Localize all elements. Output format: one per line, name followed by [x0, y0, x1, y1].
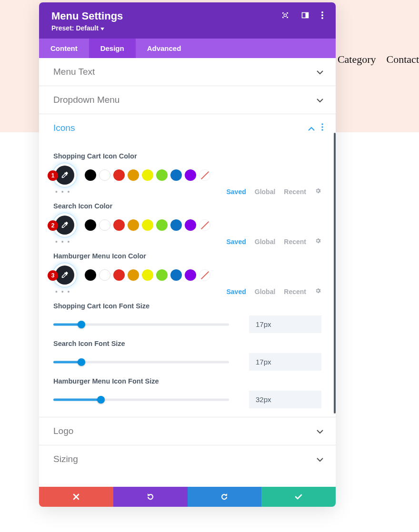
chevron-down-icon — [317, 454, 323, 464]
color-swatch-green[interactable] — [156, 169, 168, 181]
step-badge: 3 — [48, 270, 58, 281]
color-swatch-row: 2 — [53, 216, 321, 235]
preset-selector[interactable]: Preset: Default — [51, 24, 323, 32]
palette-tab-recent[interactable]: Recent — [284, 238, 306, 246]
nav-link-category[interactable]: Category — [338, 53, 376, 66]
svg-rect-0 — [284, 14, 287, 17]
section-logo[interactable]: Logo — [39, 417, 336, 445]
color-swatch-yellow[interactable] — [142, 219, 153, 231]
color-swatch-green[interactable] — [156, 219, 168, 231]
color-swatch-white[interactable] — [99, 169, 110, 181]
palette-tab-global[interactable]: Global — [255, 238, 276, 246]
color-swatch-none[interactable] — [199, 219, 210, 231]
palette-tab-recent[interactable]: Recent — [284, 188, 306, 196]
section-icons[interactable]: Icons — [39, 114, 336, 142]
panel-title: Menu Settings — [51, 10, 123, 22]
section-menu-text[interactable]: Menu Text — [39, 58, 336, 86]
section-label: Sizing — [53, 454, 78, 464]
size-field-label: Hamburger Menu Icon Font Size — [53, 377, 321, 385]
palette-tab-global[interactable]: Global — [255, 188, 276, 196]
color-swatch-row: 1 — [53, 166, 321, 185]
color-swatch-black[interactable] — [85, 169, 96, 181]
color-swatch-blue[interactable] — [170, 219, 182, 231]
sidebar-toggle-icon[interactable] — [301, 11, 309, 21]
eyedropper-button[interactable] — [55, 216, 74, 235]
tab-advanced[interactable]: Advanced — [136, 39, 193, 58]
panel-header: Menu Settings Preset: Default — [39, 2, 336, 39]
eyedropper-button[interactable] — [55, 166, 74, 185]
color-swatch-blue[interactable] — [170, 269, 182, 281]
drag-handle-icon[interactable]: • • • — [55, 288, 70, 296]
svg-point-6 — [321, 123, 323, 125]
scrollbar-thumb[interactable] — [334, 133, 336, 414]
color-swatch-orange[interactable] — [128, 219, 139, 231]
section-label: Menu Text — [53, 67, 95, 77]
palette-tab-saved[interactable]: Saved — [227, 188, 246, 196]
color-swatch-orange[interactable] — [128, 169, 139, 181]
drag-handle-icon[interactable]: • • • — [55, 238, 70, 246]
gear-icon[interactable] — [315, 287, 321, 296]
section-dropdown-menu[interactable]: Dropdown Menu — [39, 86, 336, 114]
chevron-up-icon — [308, 123, 315, 133]
gear-icon[interactable] — [315, 237, 321, 246]
slider-thumb[interactable] — [97, 396, 105, 404]
gear-icon[interactable] — [315, 187, 321, 196]
color-swatch-orange[interactable] — [128, 269, 139, 281]
palette-tab-recent[interactable]: Recent — [284, 288, 306, 296]
color-swatch-red[interactable] — [113, 269, 125, 281]
color-swatch-black[interactable] — [85, 269, 96, 281]
color-meta-row: • • •SavedGlobalRecent — [55, 287, 321, 296]
size-value-input[interactable] — [249, 391, 321, 408]
color-field-label: Hamburger Menu Icon Color — [53, 252, 321, 260]
settings-panel: Menu Settings Preset: Default Content — [39, 2, 336, 507]
color-swatch-red[interactable] — [113, 219, 125, 231]
svg-point-5 — [321, 17, 323, 19]
color-swatch-black[interactable] — [85, 219, 96, 231]
expand-icon[interactable] — [281, 11, 289, 21]
palette-tab-saved[interactable]: Saved — [227, 288, 246, 296]
undo-button[interactable] — [113, 487, 188, 507]
size-slider[interactable] — [53, 394, 229, 405]
color-swatch-none[interactable] — [199, 169, 210, 181]
color-swatch-white[interactable] — [99, 219, 110, 231]
panel-body-scroll: Menu Text Dropdown Menu Icons S — [39, 58, 336, 487]
step-badge: 2 — [48, 220, 58, 231]
color-swatch-none[interactable] — [199, 269, 210, 281]
color-swatch-purple[interactable] — [185, 169, 196, 181]
preset-value: Default — [76, 24, 98, 32]
size-field-label: Shopping Cart Icon Font Size — [53, 302, 321, 310]
color-swatch-yellow[interactable] — [142, 169, 153, 181]
color-swatch-red[interactable] — [113, 169, 125, 181]
step-badge: 1 — [48, 170, 58, 181]
confirm-button[interactable] — [261, 487, 336, 507]
color-swatch-green[interactable] — [156, 269, 168, 281]
color-swatch-purple[interactable] — [185, 269, 196, 281]
tab-content[interactable]: Content — [39, 39, 89, 58]
size-slider[interactable] — [53, 319, 229, 330]
section-label: Dropdown Menu — [53, 95, 120, 105]
size-value-input[interactable] — [249, 353, 321, 371]
panel-footer-actions — [39, 487, 336, 507]
section-label: Logo — [53, 426, 73, 436]
section-sizing[interactable]: Sizing — [39, 445, 336, 469]
drag-handle-icon[interactable]: • • • — [55, 188, 70, 196]
eyedropper-button[interactable] — [55, 266, 74, 285]
palette-tab-global[interactable]: Global — [255, 288, 276, 296]
kebab-menu-icon[interactable] — [321, 11, 323, 21]
color-swatch-blue[interactable] — [170, 169, 182, 181]
size-slider[interactable] — [53, 356, 229, 368]
color-swatch-yellow[interactable] — [142, 269, 153, 281]
redo-button[interactable] — [188, 487, 262, 507]
palette-tab-saved[interactable]: Saved — [227, 238, 246, 246]
svg-point-7 — [321, 126, 323, 128]
kebab-menu-icon[interactable] — [321, 123, 323, 133]
slider-thumb[interactable] — [78, 358, 85, 366]
nav-link-contact[interactable]: Contact — [387, 53, 419, 66]
color-field-label: Search Icon Color — [53, 202, 321, 210]
size-value-input[interactable] — [249, 315, 321, 333]
color-swatch-white[interactable] — [99, 269, 110, 281]
slider-thumb[interactable] — [78, 321, 85, 328]
color-swatch-purple[interactable] — [185, 219, 196, 231]
cancel-button[interactable] — [39, 487, 113, 507]
tab-design[interactable]: Design — [89, 39, 136, 58]
